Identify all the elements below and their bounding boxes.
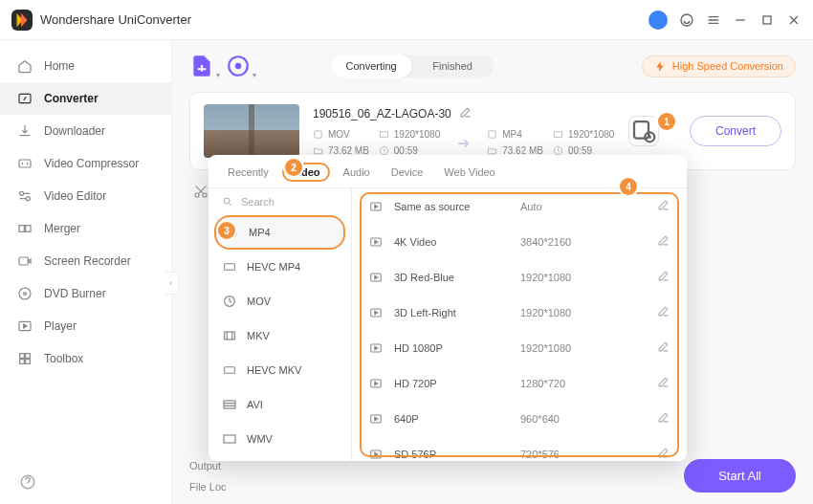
edit-preset-icon[interactable]	[657, 270, 670, 284]
resolution-item[interactable]: Same as sourceAuto	[352, 188, 687, 224]
resolution-name: SD 576P	[394, 449, 509, 460]
resolution-item[interactable]: HD 720P1280*720	[352, 365, 687, 401]
start-all-button[interactable]: Start All	[684, 459, 796, 493]
format-item-mkv[interactable]: MKV	[209, 318, 351, 353]
sidebar-item-toolbox[interactable]: Toolbox	[0, 342, 171, 375]
sidebar-item-label: Player	[44, 319, 77, 333]
format-item-mov[interactable]: MOV	[209, 284, 351, 318]
video-thumbnail[interactable]	[204, 104, 299, 158]
toolbar: ▾ ▾ Converting Finished High Speed Conve…	[189, 54, 796, 78]
recorder-icon	[17, 253, 33, 269]
callout-1: 1	[658, 113, 675, 130]
resolution-dim: Auto	[520, 201, 646, 212]
format-label: MKV	[247, 330, 270, 341]
output-label: Output	[189, 460, 227, 471]
high-speed-button[interactable]: High Speed Conversion	[642, 55, 796, 77]
add-file-button[interactable]: ▾	[189, 54, 214, 78]
edit-preset-icon[interactable]	[657, 234, 670, 249]
sidebar-item-merger[interactable]: Merger	[0, 212, 171, 245]
compressor-icon	[17, 156, 33, 171]
resolution-dim: 1920*1080	[520, 272, 646, 283]
editor-icon	[17, 188, 33, 204]
toolbox-icon	[17, 351, 33, 366]
support-icon[interactable]	[679, 12, 694, 28]
chevron-down-icon: ▾	[216, 71, 220, 79]
panel-tab-webvideo[interactable]: Web Video	[444, 164, 494, 180]
sidebar-item-label: Home	[44, 59, 75, 73]
sidebar-item-home[interactable]: Home	[0, 50, 171, 82]
menu-icon[interactable]	[706, 12, 721, 28]
arrow-icon: ➔	[457, 129, 470, 156]
play-icon	[369, 235, 383, 249]
format-search[interactable]: Search	[209, 188, 351, 215]
tab-converting[interactable]: Converting	[331, 55, 412, 77]
maximize-button[interactable]	[759, 12, 775, 28]
callout-3: 3	[218, 222, 235, 239]
svg-point-9	[19, 288, 31, 299]
play-icon	[369, 377, 383, 390]
sidebar-item-downloader[interactable]: Downloader	[0, 115, 171, 147]
disc-icon	[222, 294, 237, 309]
panel-tab-audio[interactable]: Audio	[343, 164, 370, 180]
format-panel: Recently Video Audio Device Web Video Se…	[209, 155, 687, 461]
format-item-hevcmp4[interactable]: HEVC MP4	[209, 250, 351, 284]
close-button[interactable]	[786, 12, 802, 28]
app-logo	[11, 10, 33, 31]
format-item-wmv[interactable]: WMV	[209, 422, 351, 456]
format-label: MOV	[247, 296, 271, 307]
resolution-name: HD 1080P	[394, 342, 509, 354]
resolution-item[interactable]: 3D Red-Blue1920*1080	[352, 259, 687, 295]
sidebar-item-label: DVD Burner	[44, 287, 106, 300]
sidebar-item-player[interactable]: Player	[0, 310, 171, 342]
file-name: 190516_06_AZ-LAGOA-30	[313, 107, 451, 121]
edit-preset-icon[interactable]	[657, 340, 670, 355]
sidebar-item-recorder[interactable]: Screen Recorder	[0, 245, 171, 277]
minimize-button[interactable]	[733, 12, 748, 28]
play-icon	[369, 341, 383, 355]
edit-preset-icon[interactable]	[657, 447, 670, 461]
sidebar-item-compressor[interactable]: Video Compressor	[0, 147, 171, 180]
dst-res: 1920*1080	[568, 129, 614, 140]
callout-4: 4	[620, 178, 637, 195]
svg-rect-24	[634, 121, 648, 139]
sidebar-item-label: Video Editor	[44, 189, 106, 203]
panel-tab-recently[interactable]: Recently	[228, 164, 269, 180]
edit-preset-icon[interactable]	[657, 199, 670, 213]
sidebar-item-dvd[interactable]: DVD Burner	[0, 277, 171, 310]
sidebar-item-label: Converter	[44, 92, 99, 105]
sidebar-item-converter[interactable]: Converter	[0, 82, 171, 115]
user-avatar[interactable]	[648, 11, 668, 30]
trim-icon[interactable]	[193, 184, 209, 199]
svg-rect-3	[19, 160, 31, 167]
edit-preset-icon[interactable]	[657, 305, 670, 319]
sidebar-item-editor[interactable]: Video Editor	[0, 180, 171, 212]
resolution-item[interactable]: 640P960*640	[352, 401, 687, 436]
rename-icon[interactable]	[459, 106, 472, 121]
svg-rect-22	[554, 132, 561, 138]
status-tabs: Converting Finished	[331, 55, 494, 77]
dvd-icon	[17, 286, 33, 301]
fileloc-label: File Loc	[189, 481, 227, 493]
convert-button[interactable]: Convert	[690, 116, 781, 146]
resolution-item[interactable]: HD 1080P1920*1080	[352, 330, 687, 365]
panel-tab-device[interactable]: Device	[391, 164, 424, 180]
resolution-name: 3D Left-Right	[394, 307, 509, 318]
add-dvd-button[interactable]: ▾	[226, 54, 251, 78]
format-item-hevcmkv[interactable]: HEVC MKV	[209, 353, 351, 387]
format-item-avi[interactable]: AVI	[209, 387, 351, 422]
resolution-item[interactable]: SD 576P720*576	[352, 436, 687, 461]
svg-point-34	[224, 198, 230, 204]
hevc-icon	[222, 259, 237, 274]
edit-preset-icon[interactable]	[657, 376, 670, 390]
resolution-dim: 3840*2160	[520, 236, 646, 248]
svg-rect-37	[225, 264, 235, 271]
svg-rect-8	[19, 257, 28, 265]
titlebar: Wondershare UniConverter	[0, 0, 813, 40]
help-icon[interactable]	[19, 473, 36, 491]
tab-finished[interactable]: Finished	[412, 55, 494, 77]
resolution-item[interactable]: 3D Left-Right1920*1080	[352, 295, 687, 330]
output-settings-button[interactable]	[628, 116, 659, 146]
resolution-item[interactable]: 4K Video3840*2160	[352, 224, 687, 259]
edit-preset-icon[interactable]	[657, 411, 670, 426]
format-tabs: Recently Video Audio Device Web Video	[209, 155, 687, 188]
